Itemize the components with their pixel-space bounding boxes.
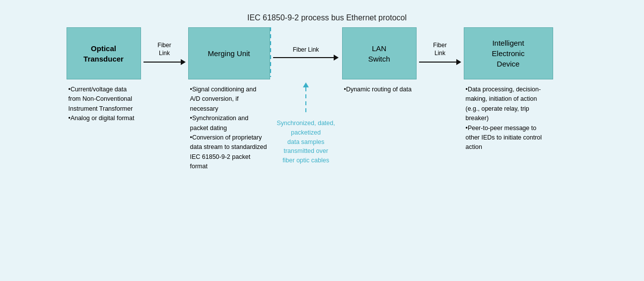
dashed-note: Synchronized, dated, packetizeddata samp… — [270, 119, 342, 165]
box-ied-label: IntelligentElectronicDevice — [492, 38, 525, 69]
arrow1-group: FiberLink — [141, 42, 188, 65]
optical-desc-text: •Current/voltage data from Non-Conventio… — [69, 86, 135, 122]
box-merging: Merging Unit — [188, 27, 270, 79]
lan-desc-text: •Dynamic routing of data — [344, 86, 412, 93]
optical-desc: •Current/voltage data from Non-Conventio… — [67, 82, 141, 126]
arrow1-label: FiberLink — [157, 42, 171, 57]
arrow3-line — [419, 59, 461, 65]
arrow2-line — [273, 55, 339, 61]
box-optical: OpticalTransducer — [67, 27, 141, 79]
arrow2-group: Fiber Link — [270, 46, 342, 61]
arrow1-line — [143, 59, 186, 65]
lan-desc: •Dynamic routing of data — [342, 82, 417, 97]
arrow3-group: FiberLink — [417, 42, 464, 65]
page-container: IEC 61850-9-2 process bus Ethernet proto… — [5, 5, 644, 281]
bottom-row: •Current/voltage data from Non-Conventio… — [67, 82, 588, 174]
arrow3-label: FiberLink — [433, 42, 446, 57]
ied-desc: •Data processing, decision-making, initi… — [464, 82, 553, 155]
ied-desc-text: •Data processing, decision-making, initi… — [466, 86, 542, 150]
box-merging-label: Merging Unit — [208, 48, 250, 59]
dashed-area: Synchronized, dated, packetizeddata samp… — [270, 82, 342, 165]
box-lan-label: LANSwitch — [368, 43, 390, 64]
diagram: OpticalTransducer FiberLink Merging Unit… — [67, 27, 588, 174]
arrow2-label: Fiber Link — [293, 46, 319, 53]
dashed-vert-overlay — [270, 27, 271, 77]
dashed-vert-line — [305, 87, 306, 115]
page-title: IEC 61850-9-2 process bus Ethernet proto… — [15, 11, 639, 22]
box-optical-label: OpticalTransducer — [83, 43, 124, 64]
box-ied: IntelligentElectronicDevice — [464, 27, 553, 79]
top-row: OpticalTransducer FiberLink Merging Unit… — [67, 27, 588, 79]
merging-desc-text: •Signal conditioning and A/D conversion,… — [190, 86, 267, 170]
dashed-up-arrow — [303, 82, 309, 87]
box-lan: LANSwitch — [342, 27, 417, 79]
merging-desc: •Signal conditioning and A/D conversion,… — [188, 82, 270, 174]
